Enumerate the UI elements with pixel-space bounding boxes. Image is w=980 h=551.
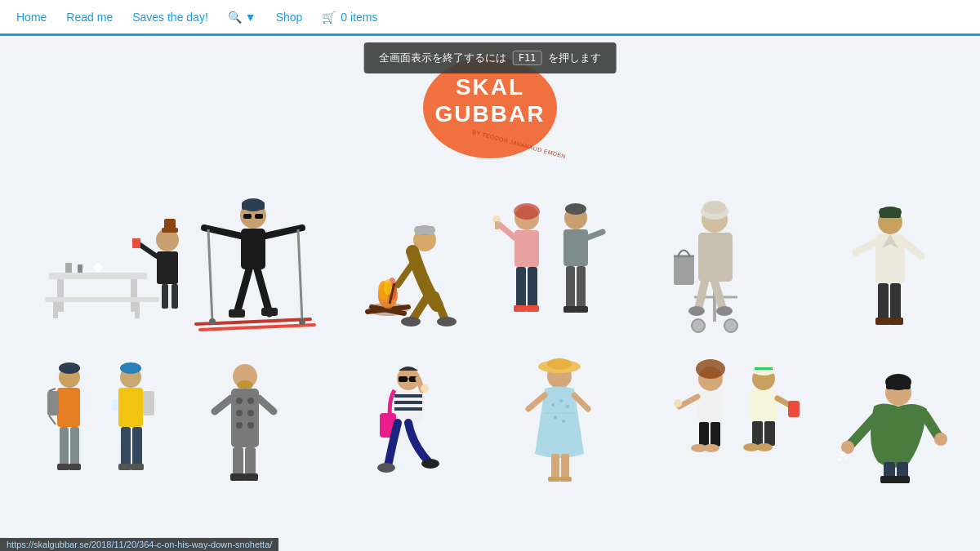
- svg-rect-119: [131, 464, 144, 470]
- nav-shop[interactable]: Shop: [276, 11, 303, 24]
- svg-point-57: [514, 203, 540, 220]
- nav-saves[interactable]: Saves the day!: [132, 11, 208, 24]
- svg-rect-19: [65, 263, 72, 273]
- svg-rect-166: [699, 422, 709, 447]
- figure-crouching[interactable]: [825, 348, 960, 485]
- svg-point-54: [401, 317, 421, 327]
- figure-couple[interactable]: [482, 187, 617, 334]
- svg-rect-110: [69, 464, 81, 470]
- fullscreen-tooltip: 全画面表示を終了するには F11 を押します: [364, 42, 617, 73]
- svg-rect-113: [118, 388, 143, 427]
- svg-rect-115: [112, 399, 118, 411]
- figure-row-1: [16, 183, 964, 334]
- svg-line-99: [856, 242, 875, 252]
- svg-rect-62: [526, 305, 539, 312]
- svg-rect-39: [261, 308, 278, 316]
- svg-rect-129: [233, 447, 243, 476]
- statusbar: https://skalgubbar.se/2018/11/20/364-c-o…: [0, 538, 278, 551]
- svg-line-50: [398, 260, 415, 285]
- svg-rect-131: [230, 473, 245, 481]
- svg-point-46: [384, 279, 392, 295]
- svg-rect-158: [561, 454, 569, 480]
- figure-picnic-table[interactable]: [41, 191, 196, 334]
- svg-rect-71: [564, 306, 577, 313]
- svg-rect-60: [528, 267, 537, 308]
- svg-point-127: [236, 422, 243, 429]
- svg-rect-16: [132, 238, 140, 248]
- svg-line-52: [412, 297, 427, 320]
- svg-rect-117: [132, 427, 142, 466]
- figure-summer-dress[interactable]: [510, 348, 608, 485]
- nav-search[interactable]: 🔍 ▼: [228, 11, 256, 24]
- tooltip-key: F11: [513, 51, 542, 65]
- svg-rect-61: [514, 305, 527, 312]
- figure-standing-coat[interactable]: [833, 191, 947, 334]
- svg-line-83: [698, 282, 705, 309]
- svg-point-126: [247, 410, 254, 416]
- figure-skier[interactable]: [188, 187, 318, 334]
- svg-rect-98: [889, 318, 903, 325]
- svg-point-196: [844, 456, 848, 460]
- svg-rect-17: [162, 284, 168, 309]
- svg-rect-28: [255, 214, 263, 219]
- svg-rect-95: [878, 283, 889, 320]
- tooltip-text-after: を押します: [548, 51, 601, 65]
- nav-reademe[interactable]: Read me: [66, 11, 113, 24]
- svg-text:SKAL: SKAL: [456, 74, 524, 100]
- svg-point-76: [692, 319, 705, 332]
- svg-point-194: [840, 451, 845, 456]
- figure-onesie[interactable]: [192, 348, 298, 485]
- svg-rect-142: [394, 407, 422, 411]
- svg-rect-130: [245, 447, 256, 476]
- svg-rect-91: [880, 208, 901, 218]
- svg-line-100: [905, 242, 921, 256]
- nav-cart[interactable]: 🛒 0 items: [322, 11, 377, 24]
- svg-rect-68: [564, 229, 588, 266]
- svg-line-23: [200, 325, 314, 330]
- svg-rect-157: [551, 454, 559, 480]
- svg-point-153: [559, 399, 563, 402]
- svg-rect-176: [750, 390, 777, 421]
- svg-point-34: [209, 318, 216, 325]
- svg-line-32: [208, 229, 212, 322]
- svg-rect-132: [243, 473, 258, 481]
- svg-rect-49: [415, 226, 434, 234]
- svg-point-146: [377, 463, 395, 473]
- svg-rect-58: [514, 230, 539, 267]
- nav-home[interactable]: Home: [16, 11, 47, 24]
- svg-point-156: [562, 420, 565, 423]
- svg-line-53: [435, 295, 445, 320]
- svg-rect-185: [886, 378, 911, 389]
- svg-rect-136: [399, 376, 408, 382]
- svg-point-124: [247, 398, 254, 404]
- svg-rect-5: [49, 273, 147, 279]
- svg-rect-175: [755, 367, 773, 370]
- svg-point-35: [299, 318, 305, 325]
- svg-line-134: [259, 398, 274, 411]
- svg-point-150: [547, 358, 572, 370]
- svg-text:GUBBAR: GUBBAR: [435, 101, 546, 127]
- svg-point-85: [688, 306, 705, 316]
- figure-two-friends[interactable]: [24, 346, 184, 485]
- svg-rect-104: [47, 391, 59, 415]
- svg-line-73: [588, 232, 603, 238]
- svg-line-37: [257, 269, 270, 313]
- figure-beach-couple[interactable]: [662, 348, 804, 485]
- svg-rect-14: [157, 251, 178, 284]
- svg-rect-193: [893, 476, 910, 483]
- svg-point-147: [421, 459, 439, 469]
- svg-rect-6: [57, 279, 64, 312]
- svg-rect-107: [60, 427, 69, 466]
- svg-point-112: [120, 362, 141, 374]
- svg-rect-178: [764, 421, 775, 446]
- cart-label: 0 items: [341, 11, 377, 24]
- navbar: Home Read me Saves the day! 🔍 ▼ Shop 🛒 0…: [0, 0, 980, 36]
- svg-rect-27: [243, 214, 252, 219]
- figure-campfire[interactable]: [339, 191, 466, 334]
- figure-seated-elder[interactable]: [649, 191, 776, 334]
- svg-rect-97: [875, 318, 890, 325]
- svg-rect-108: [70, 427, 79, 466]
- figure-seated-snack[interactable]: [351, 348, 470, 485]
- svg-rect-161: [548, 477, 560, 482]
- svg-rect-69: [566, 266, 575, 309]
